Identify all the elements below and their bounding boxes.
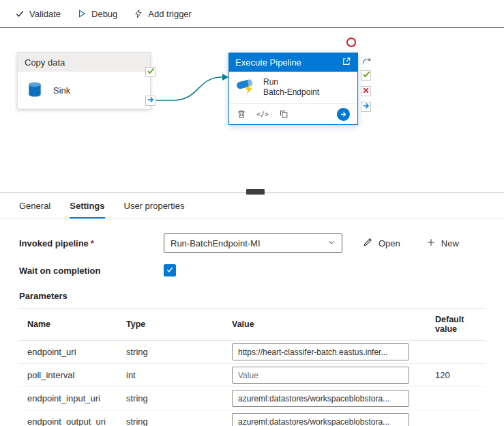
- red-x-icon: [362, 86, 370, 96]
- tab-user-properties[interactable]: User properties: [124, 201, 185, 218]
- execute-pipeline-body: Run Batch-Endpoint: [229, 72, 357, 103]
- invoked-pipeline-label: Invoked pipeline*: [19, 238, 164, 248]
- param-name: endpoint_output_uri: [19, 410, 118, 426]
- open-pipeline-button[interactable]: Open: [359, 234, 404, 252]
- clone-activity-icon[interactable]: [279, 109, 288, 119]
- col-header-name: Name: [19, 309, 118, 341]
- checkbox-check-icon: [166, 266, 174, 276]
- curved-arrow-icon: [361, 55, 372, 68]
- table-row: endpoint_uri string: [19, 341, 485, 364]
- add-next-activity-button[interactable]: [337, 108, 350, 121]
- blue-arrow-icon: [147, 96, 155, 106]
- param-value-input[interactable]: [232, 390, 409, 407]
- param-value-input[interactable]: [232, 413, 409, 426]
- execute-pipeline-icon: [236, 77, 256, 98]
- canvas-toolbar: Validate Debug Add trigger: [0, 0, 504, 27]
- table-row: endpoint_output_uri string: [19, 410, 485, 426]
- debug-button[interactable]: Debug: [69, 5, 125, 23]
- validate-label: Validate: [29, 9, 61, 19]
- wait-on-completion-row: Wait on completion: [19, 264, 504, 276]
- param-name: endpoint_uri: [19, 341, 118, 364]
- validate-check-icon: [15, 9, 25, 18]
- param-name: poll_interval: [19, 364, 118, 387]
- execute-pipeline-header: Execute Pipeline: [229, 53, 357, 72]
- open-in-new-icon[interactable]: [342, 57, 351, 68]
- failure-port[interactable]: [361, 86, 371, 96]
- new-pipeline-button[interactable]: New: [422, 235, 463, 252]
- sink-database-icon: [26, 81, 44, 100]
- copy-data-activity[interactable]: Copy data Sink: [17, 52, 151, 109]
- copy-data-title: Copy data: [18, 53, 150, 72]
- col-header-value: Value: [224, 309, 427, 341]
- chevron-down-icon: [327, 238, 336, 248]
- param-value-input[interactable]: [232, 343, 409, 360]
- param-type: string: [118, 341, 224, 364]
- green-check-icon: [147, 67, 155, 77]
- col-header-type: Type: [118, 309, 224, 341]
- wait-on-completion-label: Wait on completion: [19, 266, 164, 276]
- execute-pipeline-activity[interactable]: Execute Pipeline: [228, 53, 358, 125]
- skipped-port[interactable]: [361, 56, 372, 67]
- pipeline-canvas[interactable]: Copy data Sink: [0, 27, 504, 193]
- debug-label: Debug: [91, 9, 117, 19]
- add-trigger-label: Add trigger: [148, 9, 192, 19]
- param-default: [427, 341, 485, 364]
- success-port[interactable]: [361, 70, 371, 81]
- delete-activity-icon[interactable]: [237, 109, 246, 119]
- activity-action-bar: </>: [229, 103, 357, 124]
- copy-data-body: Sink: [18, 72, 150, 109]
- param-type: string: [118, 410, 224, 426]
- annotation-red-circle: [346, 38, 356, 47]
- parameters-table: Name Type Value Default value endpoint_u…: [19, 308, 485, 426]
- param-type: string: [118, 387, 224, 410]
- pipeline-editor: Validate Debug Add trigger Copy data: [0, 0, 504, 426]
- green-check-icon: [362, 70, 370, 81]
- execute-pipeline-title: Execute Pipeline: [235, 57, 301, 68]
- blue-arrow-icon: [362, 102, 370, 112]
- pencil-icon: [363, 237, 373, 249]
- completion-port[interactable]: [361, 102, 371, 112]
- code-view-icon[interactable]: </>: [256, 111, 269, 118]
- table-row: endpoint_input_uri string: [19, 387, 485, 410]
- validate-button[interactable]: Validate: [7, 5, 69, 23]
- wait-on-completion-checkbox[interactable]: [164, 264, 176, 276]
- open-button-label: Open: [379, 238, 400, 248]
- param-default: [427, 410, 485, 426]
- invoked-pipeline-dropdown[interactable]: Run-BatchEndpoint-MI: [164, 233, 342, 253]
- play-icon: [77, 9, 87, 18]
- table-header-row: Name Type Value Default value: [19, 309, 485, 341]
- plus-icon: [426, 238, 436, 249]
- param-default: [427, 387, 485, 410]
- copy-success-port[interactable]: [145, 67, 155, 77]
- invoked-pipeline-row: Invoked pipeline* Run-BatchEndpoint-MI O…: [19, 233, 504, 253]
- activity-name-line2: Batch-Endpoint: [263, 87, 319, 98]
- param-default: 120: [427, 364, 485, 387]
- copy-output-port[interactable]: [145, 96, 155, 106]
- required-asterisk: *: [91, 238, 94, 248]
- new-button-label: New: [441, 238, 459, 248]
- add-trigger-button[interactable]: Add trigger: [125, 5, 200, 23]
- invoked-pipeline-value: Run-BatchEndpoint-MI: [171, 238, 261, 248]
- activity-name-line1: Run: [263, 77, 319, 87]
- param-type: int: [118, 364, 224, 387]
- panel-resize-handle[interactable]: [246, 189, 265, 195]
- parameters-heading: Parameters: [19, 291, 504, 301]
- sink-label: Sink: [53, 85, 70, 96]
- config-tabs: General Settings User properties: [0, 193, 504, 219]
- activity-name: Run Batch-Endpoint: [263, 77, 319, 98]
- param-value-input[interactable]: [232, 367, 409, 384]
- lightning-icon: [134, 9, 143, 18]
- param-name: endpoint_input_uri: [19, 387, 118, 410]
- tab-general[interactable]: General: [19, 201, 50, 218]
- col-header-default: Default value: [427, 309, 485, 341]
- tab-settings[interactable]: Settings: [70, 201, 104, 218]
- table-row: poll_interval int 120: [19, 364, 485, 387]
- invoked-pipeline-label-text: Invoked pipeline: [19, 238, 89, 248]
- activity-config-panel: General Settings User properties Invoked…: [0, 193, 504, 426]
